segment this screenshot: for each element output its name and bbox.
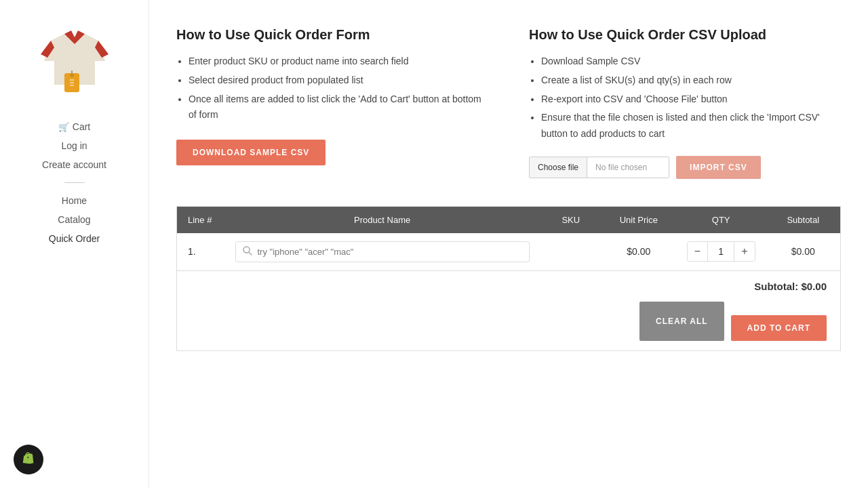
sidebar: 🛒 Cart Log in Create account Home Catalo… — [0, 0, 149, 488]
row-qty: − 1 + — [676, 233, 766, 271]
table-body: 1. — [177, 233, 841, 271]
csv-instruction-4: Ensure that the file chosen is listed an… — [541, 110, 841, 142]
form-instruction-1: Enter product SKU or product name into s… — [189, 54, 488, 70]
clear-all-button[interactable]: CLEAR ALL — [639, 302, 724, 341]
subtotal-label: Subtotal: — [754, 281, 798, 292]
svg-point-5 — [70, 73, 74, 77]
add-to-cart-button[interactable]: ADD TO CART — [731, 315, 827, 341]
table-row: 1. — [177, 233, 841, 271]
file-input-wrapper: Choose file No file chosen — [529, 157, 669, 178]
col-header-product-name: Product Name — [224, 206, 540, 233]
action-buttons: CLEAR ALL ADD TO CART — [191, 302, 827, 341]
download-sample-csv-button[interactable]: DOWNLOAD SAMPLE CSV — [176, 140, 326, 165]
row-sku — [540, 233, 601, 271]
sidebar-navigation: 🛒 Cart Log in Create account Home Catalo… — [14, 117, 135, 248]
table-header: Line # Product Name SKU Unit Price QTY S… — [177, 206, 841, 233]
cart-icon: 🛒 — [58, 122, 69, 132]
csv-instruction-3: Re-export into CSV and 'Choose File' but… — [541, 92, 841, 108]
csv-instructions-title: How to Use Quick Order CSV Upload — [529, 27, 841, 43]
sidebar-divider — [64, 182, 85, 183]
instructions-section: How to Use Quick Order Form Enter produc… — [176, 27, 841, 179]
csv-instructions-list: Download Sample CSV Create a list of SKU… — [529, 54, 841, 142]
order-table: Line # Product Name SKU Unit Price QTY S… — [176, 206, 841, 271]
csv-instruction-1: Download Sample CSV — [541, 54, 841, 70]
sidebar-item-cart[interactable]: 🛒 Cart — [14, 117, 135, 136]
row-line-number: 1. — [177, 233, 224, 271]
form-instructions-list: Enter product SKU or product name into s… — [176, 54, 488, 123]
sidebar-item-quick-order[interactable]: Quick Order — [14, 229, 135, 248]
qty-value: 1 — [707, 242, 734, 261]
qty-stepper: − 1 + — [687, 241, 755, 262]
order-table-wrapper: Line # Product Name SKU Unit Price QTY S… — [176, 206, 841, 351]
choose-file-button[interactable]: Choose file — [530, 157, 587, 178]
svg-line-11 — [249, 252, 252, 255]
row-unit-price: $0.00 — [601, 233, 676, 271]
row-subtotal: $0.00 — [766, 233, 841, 271]
sidebar-item-login[interactable]: Log in — [14, 136, 135, 155]
search-icon — [243, 246, 252, 258]
row-product-name — [224, 233, 540, 271]
csv-upload-instructions: How to Use Quick Order CSV Upload Downlo… — [529, 27, 841, 179]
col-header-unit-price: Unit Price — [601, 206, 676, 233]
import-csv-button[interactable]: IMPORT CSV — [676, 156, 761, 179]
qty-increase-button[interactable]: + — [734, 242, 754, 261]
product-search-wrapper — [235, 241, 530, 262]
file-name-display: No file chosen — [587, 157, 669, 178]
sidebar-item-home[interactable]: Home — [14, 191, 135, 210]
col-header-line: Line # — [177, 206, 224, 233]
table-footer: Subtotal: $0.00 CLEAR ALL ADD TO CART — [176, 271, 841, 351]
form-instruction-3: Once all items are added to list click t… — [189, 92, 488, 124]
col-header-qty: QTY — [676, 206, 766, 233]
col-header-sku: SKU — [540, 206, 601, 233]
form-instruction-2: Select desired product from populated li… — [189, 73, 488, 89]
product-search-input[interactable] — [258, 247, 522, 257]
main-content: How to Use Quick Order Form Enter produc… — [149, 0, 868, 488]
svg-point-10 — [243, 247, 250, 253]
csv-instruction-2: Create a list of SKU(s) and qty(s) in ea… — [541, 73, 841, 89]
logo — [37, 20, 112, 97]
form-instructions-title: How to Use Quick Order Form — [176, 27, 488, 43]
shopify-icon — [21, 451, 36, 469]
shopify-badge[interactable] — [14, 445, 43, 474]
subtotal-row: Subtotal: $0.00 — [191, 281, 827, 292]
sidebar-item-create-account[interactable]: Create account — [14, 155, 135, 174]
csv-upload-row: Choose file No file chosen IMPORT CSV — [529, 156, 841, 179]
col-header-subtotal: Subtotal — [766, 206, 841, 233]
qty-decrease-button[interactable]: − — [688, 242, 707, 261]
quick-order-form-instructions: How to Use Quick Order Form Enter produc… — [176, 27, 488, 179]
sidebar-item-catalog[interactable]: Catalog — [14, 210, 135, 229]
subtotal-value: $0.00 — [801, 281, 827, 292]
